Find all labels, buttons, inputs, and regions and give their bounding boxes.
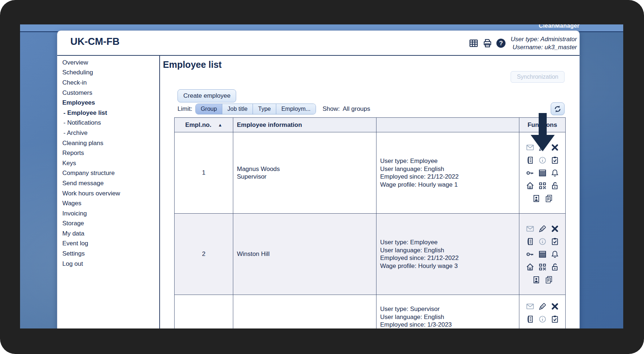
clipboard-check-icon[interactable] bbox=[549, 154, 561, 167]
main-content: Employee list Synchronization Create emp… bbox=[159, 56, 579, 328]
page-title: Employee list bbox=[163, 59, 222, 70]
sidebar-item-my-data[interactable]: My data bbox=[57, 229, 159, 239]
key-icon[interactable] bbox=[524, 248, 536, 261]
delete-icon[interactable] bbox=[549, 300, 561, 313]
functions-cell bbox=[519, 295, 566, 329]
employee-name-cell: Winston Hill bbox=[233, 214, 376, 295]
limit-tab-type[interactable]: Type bbox=[253, 104, 276, 114]
create-employee-button[interactable]: Create employee bbox=[177, 89, 236, 102]
calendar-icon[interactable] bbox=[536, 248, 549, 261]
column-header-employee-information: Employee information bbox=[233, 118, 376, 132]
limit-filter-row: Limit: Group Job title Type Employm... S… bbox=[177, 104, 370, 114]
employee-info-cell: User type: Employee User language: Engli… bbox=[376, 214, 519, 295]
panel-header: UK-CM-FB ? User type: Administrator User… bbox=[57, 31, 579, 56]
sidebar-item-keys[interactable]: Keys bbox=[57, 158, 159, 168]
bell-icon[interactable] bbox=[549, 326, 561, 328]
qr-code-icon[interactable] bbox=[536, 261, 549, 273]
sidebar-item-employee-list[interactable]: - Employee list bbox=[57, 108, 159, 118]
table-row: 1 Magnus Woods Supervisor User type: Emp… bbox=[175, 132, 566, 214]
documents-icon[interactable] bbox=[542, 273, 555, 286]
sidebar-item-customers[interactable]: Customers bbox=[57, 88, 159, 98]
sidebar-nav: Overview Scheduling Check-in Customers E… bbox=[57, 56, 159, 328]
bell-icon[interactable] bbox=[549, 167, 561, 179]
sidebar-item-cleaning-plans[interactable]: Cleaning plans bbox=[57, 138, 159, 148]
employee-info-cell: User type: Supervisor User language: Eng… bbox=[376, 295, 519, 329]
sidebar-item-notifications[interactable]: - Notifications bbox=[57, 118, 159, 128]
calendar-icon[interactable] bbox=[536, 326, 549, 328]
unlock-icon[interactable] bbox=[549, 179, 561, 192]
empl-no-cell: 2 bbox=[175, 214, 233, 295]
refresh-icon bbox=[554, 105, 562, 113]
sidebar-item-check-in[interactable]: Check-in bbox=[57, 78, 159, 88]
house-icon[interactable] bbox=[524, 179, 536, 192]
synchronization-button[interactable]: Synchronization bbox=[511, 71, 565, 83]
sidebar-item-archive[interactable]: - Archive bbox=[57, 128, 159, 138]
employee-info-cell: User type: Employee User language: Engli… bbox=[376, 132, 519, 214]
desktop-background: CleanManager UK-CM-FB ? User type: Admin… bbox=[20, 24, 623, 328]
sidebar-item-scheduling[interactable]: Scheduling bbox=[57, 68, 159, 78]
function-icons bbox=[523, 222, 562, 286]
sidebar-item-send-message[interactable]: Send message bbox=[57, 178, 159, 188]
key-icon[interactable] bbox=[524, 326, 536, 328]
annotation-arrow-icon bbox=[531, 113, 555, 151]
envelope-icon[interactable] bbox=[524, 300, 536, 313]
print-icon[interactable] bbox=[483, 38, 492, 48]
help-icon[interactable]: ? bbox=[496, 39, 506, 48]
company-title: UK-CM-FB bbox=[70, 36, 120, 47]
limit-tab-employment[interactable]: Employm... bbox=[276, 104, 316, 114]
info-icon[interactable] bbox=[536, 154, 549, 167]
user-info: User type: Administrator Username: uk3_m… bbox=[511, 35, 577, 51]
empl-no-cell: 1 bbox=[175, 132, 233, 214]
column-header-blank bbox=[376, 118, 519, 132]
limit-tab-group-by[interactable]: Group bbox=[196, 104, 222, 114]
employee-name-cell bbox=[233, 295, 376, 329]
table-icon[interactable] bbox=[469, 38, 479, 48]
sidebar-item-overview[interactable]: Overview bbox=[57, 58, 159, 68]
documents-icon[interactable] bbox=[542, 192, 555, 205]
binder-icon[interactable] bbox=[524, 154, 536, 167]
unlock-icon[interactable] bbox=[549, 261, 561, 273]
functions-cell bbox=[519, 214, 566, 295]
limit-tab-job-title[interactable]: Job title bbox=[222, 104, 253, 114]
sidebar-item-event-log[interactable]: Event log bbox=[57, 239, 159, 249]
binder-icon[interactable] bbox=[524, 235, 536, 248]
sidebar-item-log-out[interactable]: Log out bbox=[57, 259, 159, 269]
info-icon[interactable] bbox=[536, 313, 549, 326]
sidebar-item-wages[interactable]: Wages bbox=[57, 198, 159, 209]
show-value: All groups bbox=[343, 105, 370, 113]
sidebar-item-settings[interactable]: Settings bbox=[57, 249, 159, 259]
binder-icon[interactable] bbox=[524, 313, 536, 326]
house-icon[interactable] bbox=[524, 261, 536, 273]
sidebar-item-storage[interactable]: Storage bbox=[57, 219, 159, 229]
sidebar-item-company-structure[interactable]: Company structure bbox=[57, 168, 159, 179]
device-frame: CleanManager UK-CM-FB ? User type: Admin… bbox=[0, 0, 644, 354]
employee-name-cell: Magnus Woods Supervisor bbox=[233, 132, 376, 214]
username: Username: uk3_master bbox=[511, 43, 577, 51]
info-icon[interactable] bbox=[536, 235, 549, 248]
clipboard-check-icon[interactable] bbox=[549, 313, 561, 326]
limit-tab-group: Group Job title Type Employm... bbox=[195, 104, 316, 114]
sidebar-item-work-hours-overview[interactable]: Work hours overview bbox=[57, 188, 159, 199]
table-row: 2 Winston Hill User type: Employee User … bbox=[175, 214, 566, 295]
sort-asc-icon: ▲ bbox=[218, 122, 222, 128]
empl-no-cell bbox=[175, 295, 233, 329]
id-card-icon[interactable] bbox=[530, 273, 542, 286]
brand-logo: CleanManager bbox=[539, 24, 579, 29]
bell-icon[interactable] bbox=[549, 248, 561, 261]
pencil-icon[interactable] bbox=[536, 222, 549, 235]
calendar-icon[interactable] bbox=[536, 167, 549, 179]
table-row: User type: Supervisor User language: Eng… bbox=[175, 295, 566, 329]
sidebar-item-invoicing[interactable]: Invoicing bbox=[57, 209, 159, 219]
delete-icon[interactable] bbox=[549, 222, 561, 235]
clipboard-check-icon[interactable] bbox=[549, 235, 561, 248]
qr-code-icon[interactable] bbox=[536, 179, 549, 192]
user-type: User type: Administrator bbox=[511, 35, 577, 43]
column-header-empl-no[interactable]: Empl.no.▲ bbox=[175, 118, 233, 132]
function-icons bbox=[523, 300, 562, 328]
envelope-icon[interactable] bbox=[524, 222, 536, 235]
id-card-icon[interactable] bbox=[530, 192, 542, 205]
sidebar-item-reports[interactable]: Reports bbox=[57, 148, 159, 158]
sidebar-item-employees[interactable]: Employees bbox=[57, 98, 159, 108]
pencil-icon[interactable] bbox=[536, 300, 549, 313]
key-icon[interactable] bbox=[524, 167, 536, 179]
